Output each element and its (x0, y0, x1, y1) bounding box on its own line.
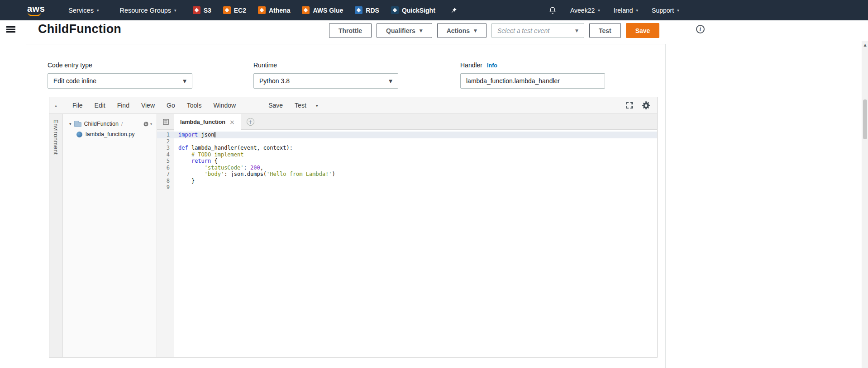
caret-down-icon: ▼ (389, 79, 392, 84)
nav-service-quicksight[interactable]: QuickSight (391, 6, 435, 14)
service-label: Athena (269, 7, 290, 14)
test-event-select[interactable]: Select a test event ▼ (491, 23, 584, 38)
handler-input[interactable] (460, 73, 605, 89)
service-glyph (260, 8, 264, 13)
service-glyph (357, 8, 361, 13)
aws-logo[interactable]: aws (27, 4, 45, 17)
code-text: 'statusCode': 200, (174, 165, 263, 171)
line-number: 7 (157, 171, 174, 178)
account-menu[interactable]: Aveek22 ▾ (570, 7, 600, 14)
caret-down-icon: ▼ (420, 28, 423, 33)
code-line: 9 (157, 184, 657, 191)
service-label: RDS (366, 7, 379, 14)
service-label: AWS Glue (313, 7, 343, 14)
service-glyph (392, 8, 397, 13)
code-line: 7 'body': json.dumps('Hello from Lambda!… (157, 171, 657, 178)
qualifiers-button[interactable]: Qualifiers ▼ (377, 23, 432, 38)
collapse-panel-icon[interactable]: ▴ (55, 103, 67, 108)
code-entry-type-select[interactable]: Edit code inline ▼ (48, 73, 192, 89)
editor-menus: FileEditFindViewGoToolsWindow (67, 102, 242, 109)
vertical-scrollbar[interactable]: ▲ ▼ (862, 41, 868, 368)
chevron-down-icon: ▾ (598, 8, 600, 13)
nav-menus: Services▾Resource Groups▾ (68, 7, 176, 14)
editor-menu-tools[interactable]: Tools (181, 102, 208, 109)
throttle-button[interactable]: Throttle (329, 23, 372, 38)
function-code-card: Code entry type Edit code inline ▼ Runti… (26, 44, 666, 368)
editor-test-action[interactable]: Test (289, 102, 312, 109)
hamburger-menu-icon[interactable] (6, 26, 15, 33)
editor-menu-find[interactable]: Find (111, 102, 135, 109)
support-menu[interactable]: Support ▾ (652, 7, 679, 14)
editor-menu-edit[interactable]: Edit (89, 102, 111, 109)
nav-right-group: Aveek22 ▾ Ireland ▾ Support ▾ (548, 0, 679, 20)
code-editor: ▴ FileEditFindViewGoToolsWindow Save Tes… (49, 97, 658, 358)
nav-service-s3[interactable]: S3 (193, 6, 211, 14)
code-area[interactable]: 1import json23def lambda_handler(event, … (157, 130, 657, 357)
scroll-up-arrow-icon[interactable]: ▲ (862, 42, 868, 48)
rds-icon (355, 6, 362, 14)
info-icon[interactable]: i (696, 25, 705, 33)
tree-folder-row[interactable]: ▾ ChildFunction / ▾ (63, 118, 157, 129)
support-label: Support (652, 7, 674, 14)
nav-menu-services[interactable]: Services▾ (68, 7, 99, 14)
editor-menubar: ▴ FileEditFindViewGoToolsWindow Save Tes… (49, 97, 657, 114)
nav-menu-resource-groups[interactable]: Resource Groups▾ (119, 7, 176, 14)
scrollbar-thumb[interactable] (863, 99, 867, 139)
editor-menu-go[interactable]: Go (161, 102, 181, 109)
runtime-label: Runtime (253, 61, 277, 69)
tab-label: lambda_function (180, 119, 225, 125)
editor-menu-window[interactable]: Window (207, 102, 242, 109)
editor-save-action[interactable]: Save (262, 102, 289, 109)
aws-glue-icon (302, 6, 310, 14)
service-glyph (194, 8, 199, 13)
line-number: 4 (157, 151, 174, 158)
code-line: 1import json (157, 132, 657, 138)
handler-info-link[interactable]: Info (487, 62, 497, 69)
environment-strip: Environment (49, 114, 63, 357)
code-text: } (174, 178, 195, 184)
code-line: 5 return { (157, 158, 657, 165)
environment-tab[interactable]: Environment (52, 119, 59, 357)
page-title: ChildFunction (38, 22, 121, 36)
save-button[interactable]: Save (626, 23, 660, 38)
line-number: 5 (157, 158, 174, 165)
code-text: 'body': json.dumps('Hello from Lambda!') (174, 171, 335, 178)
test-dropdown-caret-icon[interactable]: ▾ (316, 103, 318, 108)
tab-list-icon[interactable] (162, 118, 169, 129)
header-actions: Throttle Qualifiers ▼ Actions ▼ Select a… (329, 23, 659, 38)
nav-service-athena[interactable]: Athena (258, 6, 290, 14)
new-tab-plus-icon[interactable]: + (247, 118, 254, 126)
nav-service-rds[interactable]: RDS (355, 6, 379, 14)
runtime-field: Runtime Python 3.8 ▼ (253, 61, 398, 89)
pin-icon[interactable] (451, 7, 457, 14)
close-icon[interactable]: × (229, 118, 235, 126)
page-content: ChildFunction Throttle Qualifiers ▼ Acti… (0, 20, 868, 368)
notifications-bell-icon[interactable] (548, 6, 557, 14)
tab-lambda-function[interactable]: lambda_function × (174, 114, 241, 130)
runtime-select[interactable]: Python 3.8 ▼ (253, 73, 398, 89)
editor-menu-view[interactable]: View (135, 102, 161, 109)
region-menu[interactable]: Ireland ▾ (614, 7, 638, 14)
test-button[interactable]: Test (589, 23, 621, 38)
caret-down-icon: ▼ (183, 79, 186, 84)
nav-service-aws-glue[interactable]: AWS Glue (302, 6, 343, 14)
pinned-services: S3EC2AthenaAWS GlueRDSQuickSight (193, 6, 435, 14)
editor-menu-file[interactable]: File (67, 102, 89, 109)
actions-button[interactable]: Actions ▼ (437, 23, 486, 38)
handler-label: Handler (460, 61, 482, 69)
line-number: 3 (157, 145, 174, 151)
tree-expand-caret-icon[interactable]: ▾ (69, 122, 72, 126)
path-separator: / (121, 121, 123, 127)
chevron-down-icon: ▾ (636, 8, 639, 13)
settings-gear-icon[interactable] (641, 101, 651, 110)
code-pane: lambda_function × + 1import json23def la… (157, 114, 657, 357)
service-label: QuickSight (402, 7, 435, 14)
top-navigation-bar: aws Services▾Resource Groups▾ S3EC2Athen… (0, 0, 868, 20)
line-number: 2 (157, 138, 174, 145)
tree-settings-button[interactable]: ▾ (143, 121, 152, 127)
nav-service-ec2[interactable]: EC2 (223, 6, 246, 14)
fullscreen-expand-icon[interactable] (626, 102, 633, 109)
file-name: lambda_function.py (86, 131, 134, 137)
tree-file-row[interactable]: lambda_function.py (63, 129, 157, 139)
chevron-down-icon: ▾ (97, 8, 99, 13)
